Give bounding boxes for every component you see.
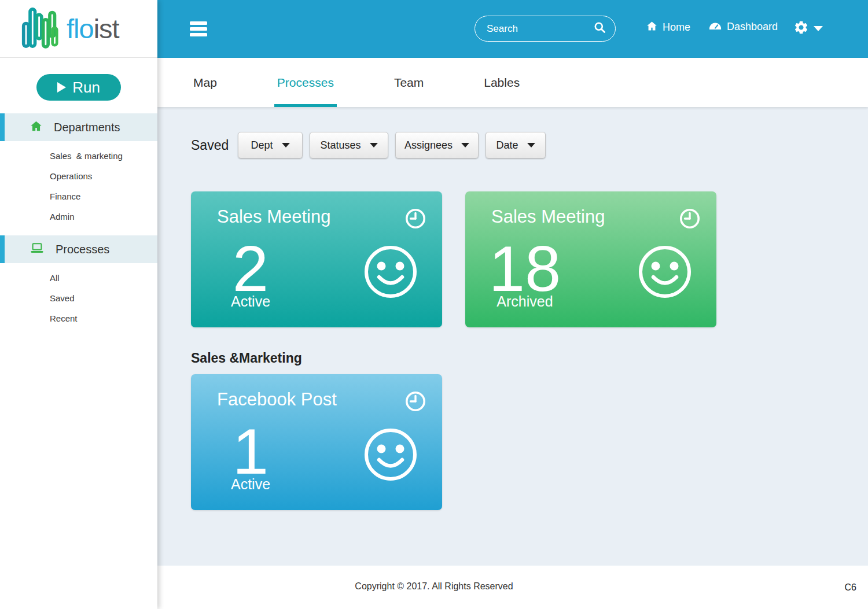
tab-bar: Map Processes Team Lables — [157, 58, 868, 107]
sidebar-item-admin[interactable]: Admin — [50, 206, 157, 227]
filter-row: Saved Dept Statuses Assignees Date — [191, 132, 868, 158]
card-count: 18 — [477, 237, 573, 301]
settings-gear-icon[interactable] — [793, 20, 809, 38]
main-column: Home Dashboard Map Proces — [157, 0, 868, 609]
sidebar-item-operations[interactable]: Operations — [50, 166, 157, 186]
tab-map[interactable]: Map — [192, 58, 218, 107]
tab-team[interactable]: Team — [393, 58, 425, 107]
run-button[interactable]: Run — [36, 74, 121, 101]
card-title: Facebook Post — [217, 389, 337, 410]
saved-cards-row: Sales Meeting 2 Active — [191, 191, 868, 327]
smiley-face-icon — [363, 427, 418, 485]
sidebar-item-finance[interactable]: Finance — [50, 186, 157, 206]
search-box — [475, 16, 616, 42]
card-status-label: Active — [203, 293, 299, 310]
sidebar-section-departments[interactable]: Departments — [0, 113, 157, 141]
topbar-home-label: Home — [663, 21, 690, 34]
search-icon[interactable] — [594, 21, 606, 36]
card-count: 2 — [203, 237, 299, 301]
dashboard-gauge-icon — [709, 21, 722, 33]
assignees-filter-label: Assignees — [404, 139, 453, 152]
page-code: C6 — [845, 582, 856, 593]
sidebar: floist Run Departments Sales & marketing… — [0, 0, 157, 609]
sidebar-item-recent[interactable]: Recent — [50, 308, 157, 329]
topbar-home-link[interactable]: Home — [646, 21, 690, 34]
home-icon — [646, 21, 657, 34]
footer: Copyright © 2017. All Rights Reserved C6 — [157, 566, 868, 609]
clock-icon — [404, 208, 426, 232]
card-count: 1 — [203, 419, 299, 484]
caret-down-icon — [461, 143, 469, 147]
departments-list: Sales & marketing Operations Finance Adm… — [0, 141, 157, 232]
statuses-filter-dropdown[interactable]: Statuses — [310, 132, 388, 158]
card-status-label: Archived — [477, 293, 573, 310]
card-title: Sales Meeting — [491, 206, 605, 227]
dept-filter-dropdown[interactable]: Dept — [238, 132, 303, 158]
date-filter-label: Date — [496, 139, 518, 152]
brand-name: floist — [67, 15, 119, 42]
section-heading-sales-marketing: Sales &Marketing — [191, 350, 868, 366]
process-card-sales-meeting-active[interactable]: Sales Meeting 2 Active — [191, 191, 442, 327]
sidebar-section-processes[interactable]: Processes — [0, 235, 157, 263]
hamburger-menu-icon[interactable] — [190, 21, 207, 39]
settings-caret-down-icon[interactable] — [814, 26, 823, 31]
sidebar-item-sales-marketing[interactable]: Sales & marketing — [50, 146, 157, 166]
search-input[interactable] — [487, 23, 594, 35]
smiley-face-icon — [363, 244, 418, 302]
saved-context-label: Saved — [191, 138, 238, 153]
caret-down-icon — [370, 143, 378, 147]
play-icon — [57, 82, 66, 93]
topbar-dashboard-label: Dashboard — [727, 21, 778, 33]
brand-logo: floist — [0, 0, 157, 58]
content-area: Saved Dept Statuses Assignees Date — [157, 107, 868, 566]
card-status-label: Active — [203, 476, 299, 493]
process-card-sales-meeting-archived[interactable]: Sales Meeting 18 Archived — [465, 191, 716, 327]
copyright-text: Copyright © 2017. All Rights Reserved — [355, 581, 513, 592]
sidebar-item-saved[interactable]: Saved — [50, 288, 157, 308]
sidebar-section-label: Processes — [56, 243, 109, 256]
tab-lables[interactable]: Lables — [483, 58, 521, 107]
logo-bars-icon — [21, 6, 59, 52]
caret-down-icon — [527, 143, 535, 147]
card-title: Sales Meeting — [217, 206, 330, 227]
topbar-dashboard-link[interactable]: Dashboard — [709, 21, 778, 33]
app-window: floist Run Departments Sales & marketing… — [0, 0, 868, 609]
laptop-icon — [30, 242, 44, 257]
run-button-label: Run — [72, 79, 100, 97]
topbar: Home Dashboard — [157, 0, 868, 58]
assignees-filter-dropdown[interactable]: Assignees — [395, 132, 479, 158]
sales-marketing-cards-row: Facebook Post 1 Active — [191, 374, 868, 510]
clock-icon — [679, 208, 701, 232]
sidebar-section-label: Departments — [54, 121, 120, 134]
clock-icon — [404, 390, 426, 415]
tab-processes[interactable]: Processes — [276, 58, 335, 107]
smiley-face-icon — [637, 244, 693, 302]
home-icon — [30, 120, 42, 135]
date-filter-dropdown[interactable]: Date — [486, 132, 546, 158]
sidebar-item-all[interactable]: All — [50, 268, 157, 288]
caret-down-icon — [282, 143, 290, 147]
processes-list: All Saved Recent — [0, 263, 157, 334]
process-card-facebook-post[interactable]: Facebook Post 1 Active — [191, 374, 442, 510]
dept-filter-label: Dept — [251, 139, 273, 152]
statuses-filter-label: Statuses — [320, 139, 361, 152]
